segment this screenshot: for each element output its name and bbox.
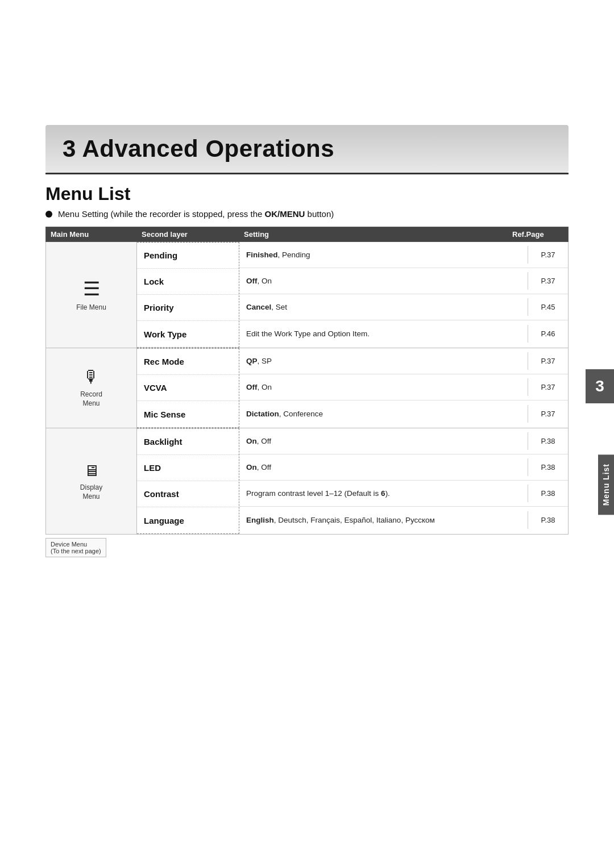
side-tab: Menu List [598,454,614,515]
device-menu-note: Device Menu(To the next page) [45,538,106,557]
record-item-vcva: VCVA [137,375,239,401]
col-header-setting: Setting [244,230,512,239]
section-heading: Menu List [45,183,569,205]
record-menu-icon: 🎙 [83,368,100,387]
record-settings-col: QP, SP P.37 Off, On P.37 Dictation, Conf… [239,348,568,428]
setting-row-language: English, Deutsch, Français, Español, Ita… [239,507,568,533]
chapter-number: 3 [63,135,76,162]
display-item-backlight: Backlight [137,429,239,455]
ref-lock: P.37 [528,274,568,287]
display-item-language: Language [137,507,239,533]
record-menu-label: RecordMenu [80,390,102,408]
page-container: 3 Advanced Operations Menu List Menu Set… [0,125,614,868]
col-header-main: Main Menu [51,230,142,239]
file-settings-col: Finished, Pending P.37 Off, On P.37 Canc… [239,242,568,348]
col-header-ref: Ref.Page [512,230,563,239]
chapter-title: 3 Advanced Operations [63,135,551,162]
record-menu-cell: 🎙 RecordMenu [46,348,137,428]
display-menu-cell: 🖥 DisplayMenu [46,428,137,534]
display-second-layer: Backlight LED Contrast Language [137,428,239,534]
record-item-micsense: Mic Sense [137,401,239,427]
setting-row-micsense: Dictation, Conference P.37 [239,400,568,427]
display-menu-icon: 🖥 [84,461,99,480]
setting-text-led: On, Off [239,458,528,476]
col-header-second: Second layer [142,230,244,239]
record-menu-group: 🎙 RecordMenu Rec Mode VCVA Mic Sense QP,… [46,348,568,428]
file-item-worktype: Work Type [137,321,239,347]
ref-contrast: P.38 [528,487,568,500]
setting-row-recmode: QP, SP P.37 [239,348,568,374]
setting-row-led: On, Off P.38 [239,454,568,481]
setting-text-vcva: Off, On [239,378,528,396]
instruction-text: Menu Setting (while the recorder is stop… [45,209,569,219]
display-item-led: LED [137,455,239,481]
file-second-layer: Pending Lock Priority Work Type [137,242,239,348]
setting-row-vcva: Off, On P.37 [239,374,568,400]
file-menu-group: ☰ File Menu Pending Lock Priority Work T… [46,242,568,348]
record-second-layer: Rec Mode VCVA Mic Sense [137,348,239,428]
ref-priority: P.45 [528,301,568,314]
ref-backlight: P.38 [528,435,568,448]
setting-text-recmode: QP, SP [239,352,528,370]
setting-text-pending: Finished, Pending [239,246,528,264]
setting-text-lock: Off, On [239,272,528,290]
file-menu-icon: ☰ [83,277,100,300]
setting-text-contrast: Program contrast level 1–12 (Default is … [239,485,528,502]
record-item-recmode: Rec Mode [137,349,239,375]
setting-row-worktype: Edit the Work Type and Option Item. P.46 [239,320,568,347]
file-menu-cell: ☰ File Menu [46,242,137,348]
chapter-title-text: Advanced Operations [82,135,334,162]
display-settings-col: On, Off P.38 On, Off P.38 Program contra… [239,428,568,534]
setting-text-language: English, Deutsch, Français, Español, Ita… [239,511,528,529]
ref-recmode: P.37 [528,354,568,368]
display-menu-group: 🖥 DisplayMenu Backlight LED Contrast Lan… [46,428,568,534]
display-menu-label: DisplayMenu [80,483,102,501]
instruction-label: Menu Setting (while the recorder is stop… [58,209,334,219]
chapter-heading: 3 Advanced Operations [45,125,569,173]
setting-row-lock: Off, On P.37 [239,268,568,294]
setting-row-priority: Cancel, Set P.45 [239,294,568,320]
file-item-lock: Lock [137,269,239,295]
setting-row-backlight: On, Off P.38 [239,428,568,454]
ref-pending: P.37 [528,248,568,261]
menu-table: ☰ File Menu Pending Lock Priority Work T… [45,242,569,535]
setting-row-pending: Finished, Pending P.37 [239,242,568,268]
setting-text-worktype: Edit the Work Type and Option Item. [239,325,528,343]
file-item-priority: Priority [137,295,239,321]
setting-text-priority: Cancel, Set [239,298,528,316]
file-menu-label: File Menu [76,303,106,312]
setting-text-backlight: On, Off [239,432,528,450]
display-item-contrast: Contrast [137,481,239,507]
file-item-pending: Pending [137,243,239,269]
ref-led: P.38 [528,461,568,474]
underline-bar [45,173,569,174]
ref-vcva: P.37 [528,381,568,394]
setting-row-contrast: Program contrast level 1–12 (Default is … [239,481,568,507]
bullet-icon [45,211,52,218]
ref-language: P.38 [528,514,568,527]
setting-text-micsense: Dictation, Conference [239,405,528,423]
ref-worktype: P.46 [528,327,568,340]
ref-micsense: P.37 [528,407,568,420]
chapter-badge: 3 [586,369,614,403]
table-header: Main Menu Second layer Setting Ref.Page [45,227,569,242]
